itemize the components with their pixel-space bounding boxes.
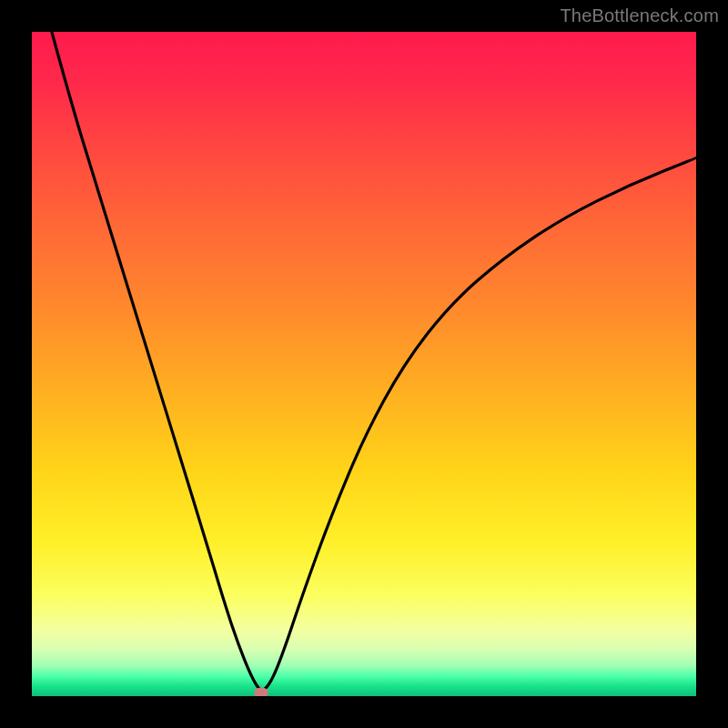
- curve-path: [52, 32, 696, 690]
- watermark-text: TheBottleneck.com: [560, 5, 719, 26]
- bottleneck-curve: [32, 32, 696, 696]
- optimal-point-marker: [254, 688, 268, 696]
- chart-frame: TheBottleneck.com: [0, 0, 728, 728]
- plot-area: [32, 32, 696, 696]
